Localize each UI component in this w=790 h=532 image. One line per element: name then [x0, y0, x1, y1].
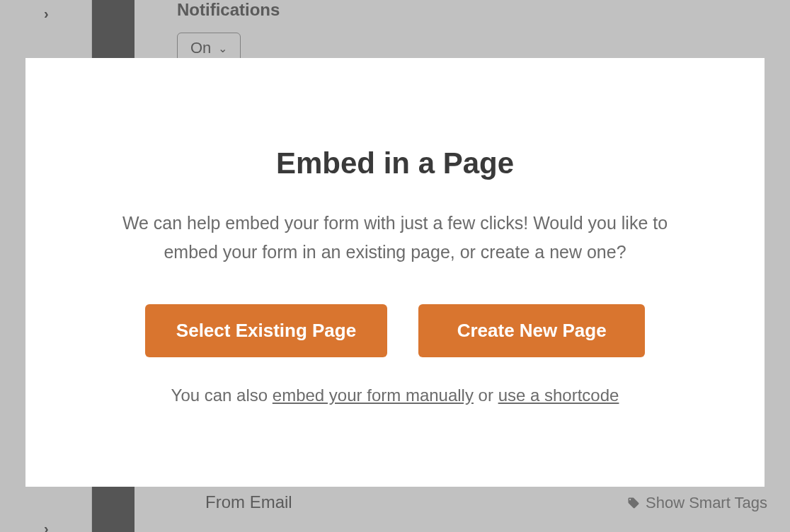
create-new-page-button[interactable]: Create New Page [418, 304, 645, 357]
modal-title: Embed in a Page [276, 146, 514, 180]
embed-modal: Embed in a Page We can help embed your f… [25, 58, 765, 487]
select-existing-page-button[interactable]: Select Existing Page [145, 304, 387, 357]
footer-middle: or [474, 386, 498, 405]
modal-footer-text: You can also embed your form manually or… [171, 386, 619, 405]
modal-subtitle: We can help embed your form with just a … [112, 209, 678, 267]
embed-manually-link[interactable]: embed your form manually [273, 386, 474, 405]
use-shortcode-link[interactable]: use a shortcode [498, 386, 619, 405]
footer-prefix: You can also [171, 386, 273, 405]
modal-button-row: Select Existing Page Create New Page [145, 304, 645, 357]
